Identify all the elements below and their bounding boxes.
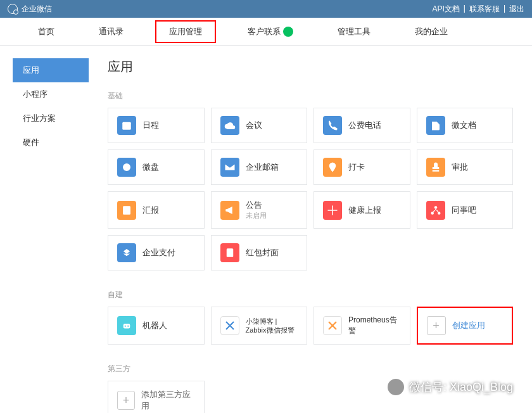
svg-point-1 (123, 163, 130, 171)
sidebar: 应用 小程序 行业方案 硬件 (0, 46, 89, 413)
app-announce[interactable]: 公告 未启用 (211, 191, 308, 229)
app-mail[interactable]: 企业邮箱 (211, 149, 308, 185)
plus-icon: + (117, 391, 135, 410)
cloud-icon (220, 116, 239, 135)
add-thirdparty-button[interactable]: + 添加第三方应用 (108, 381, 205, 413)
logout-link[interactable]: 退出 (509, 4, 524, 15)
disk-icon (117, 158, 136, 177)
mail-icon (220, 158, 239, 177)
api-docs-link[interactable]: API文档 (432, 4, 459, 15)
app-doc[interactable]: 微文档 (417, 108, 514, 143)
megaphone-icon (220, 201, 239, 220)
report-icon (117, 201, 136, 220)
app-health[interactable]: 健康上报 (314, 191, 410, 229)
page-title: 应用 (108, 58, 513, 75)
app-disk[interactable]: 微盘 (108, 149, 205, 185)
location-icon (323, 158, 342, 177)
prometheus-icon (323, 316, 342, 335)
app-zabbix[interactable]: 小柒博客 | Zabbix微信报警 (211, 307, 308, 345)
app-colleague[interactable]: 同事吧 (417, 191, 514, 229)
section-selfbuilt: 自建 机器人 小柒博客 | Zabbix微信报警 Prometheus告警 + … (108, 289, 513, 345)
section-label-selfbuilt: 自建 (108, 289, 513, 300)
wechat-icon (283, 27, 293, 37)
app-phone[interactable]: 公费电话 (314, 108, 410, 143)
svg-rect-2 (123, 206, 130, 215)
section-thirdparty: 第三方 + 添加第三方应用 (108, 364, 513, 413)
section-basic: 基础 日程 会议 公费电话 微文档 (108, 91, 513, 270)
app-checkin[interactable]: 打卡 (314, 149, 410, 185)
health-icon (323, 201, 342, 220)
nav-home[interactable]: 首页 (38, 18, 54, 46)
redpack-icon (220, 243, 239, 262)
plus-icon: + (427, 316, 446, 335)
main-content: 应用 基础 日程 会议 公费电话 微文档 (89, 46, 532, 413)
svg-rect-7 (124, 324, 130, 329)
network-icon (426, 201, 445, 220)
svg-point-9 (127, 326, 129, 327)
app-robot[interactable]: 机器人 (108, 307, 205, 345)
app-report[interactable]: 汇报 (108, 191, 205, 229)
nav-customer[interactable]: 客户联系 (248, 18, 293, 46)
main-nav: 首页 通讯录 应用管理 客户联系 管理工具 我的企业 (0, 18, 532, 46)
zabbix-icon (220, 316, 239, 335)
app-redpack[interactable]: 红包封面 (211, 235, 308, 270)
sidebar-item-app[interactable]: 应用 (13, 58, 89, 82)
app-calendar[interactable]: 日程 (108, 108, 205, 143)
robot-icon (117, 316, 136, 335)
top-header: 企业微信 API文档 | 联系客服 | 退出 (0, 0, 532, 18)
nav-contacts[interactable]: 通讯录 (99, 18, 124, 46)
svg-point-5 (438, 212, 441, 215)
brand-name: 企业微信 (22, 4, 52, 15)
doc-icon (426, 116, 445, 135)
nav-company[interactable]: 我的企业 (415, 18, 448, 46)
svg-rect-6 (226, 248, 233, 257)
svg-point-8 (125, 326, 126, 327)
calendar-icon (117, 116, 136, 135)
app-approval[interactable]: 审批 (417, 149, 514, 185)
svg-point-4 (431, 212, 434, 215)
svg-rect-0 (122, 122, 131, 130)
stamp-icon (426, 158, 445, 177)
section-label-basic: 基础 (108, 91, 513, 101)
nav-apps[interactable]: 应用管理 (155, 20, 216, 43)
sidebar-item-miniprogram[interactable]: 小程序 (13, 82, 89, 106)
pay-icon (117, 243, 136, 262)
svg-point-3 (434, 206, 437, 209)
create-app-button[interactable]: + 创建应用 (417, 307, 514, 345)
app-prometheus[interactable]: Prometheus告警 (314, 307, 410, 345)
logo-icon (8, 4, 18, 14)
section-label-thirdparty: 第三方 (108, 364, 513, 374)
app-pay[interactable]: 企业支付 (108, 235, 205, 270)
nav-tools[interactable]: 管理工具 (338, 18, 370, 46)
app-meeting[interactable]: 会议 (211, 108, 308, 143)
contact-support-link[interactable]: 联系客服 (469, 4, 500, 15)
sidebar-item-industry[interactable]: 行业方案 (13, 106, 89, 130)
sidebar-item-hardware[interactable]: 硬件 (13, 130, 89, 155)
phone-icon (323, 116, 342, 135)
